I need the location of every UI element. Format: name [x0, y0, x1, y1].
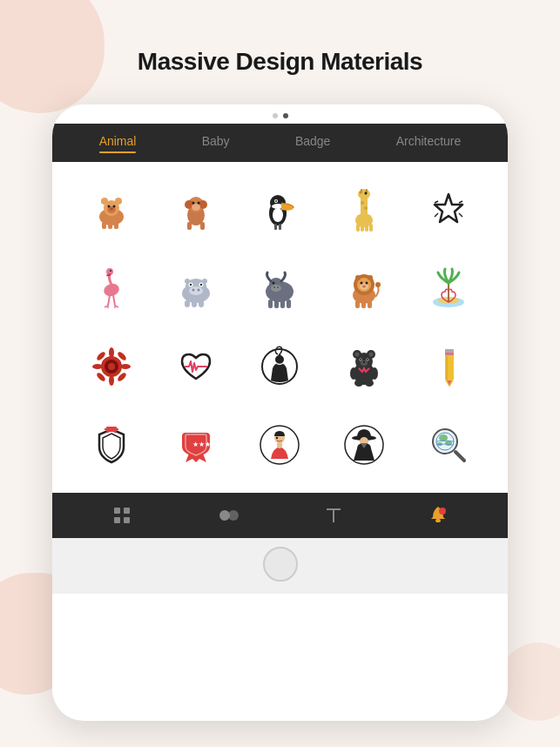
svg-rect-41: [369, 224, 373, 232]
icon-ribbon-badge[interactable]: ★★★: [165, 414, 226, 475]
icon-hippo[interactable]: [165, 258, 226, 319]
svg-rect-144: [435, 519, 441, 522]
svg-point-6: [101, 198, 108, 205]
svg-point-25: [273, 208, 283, 222]
svg-point-126: [276, 437, 278, 439]
svg-point-30: [358, 189, 370, 199]
icon-lady-figure[interactable]: [249, 414, 310, 475]
svg-point-141: [228, 510, 239, 521]
category-badge[interactable]: Badge: [295, 134, 330, 151]
icon-teddy-bear[interactable]: [334, 336, 395, 397]
icon-star-sketch[interactable]: [418, 179, 479, 240]
svg-rect-57: [192, 300, 197, 307]
svg-point-54: [185, 279, 190, 284]
icon-bull[interactable]: [249, 258, 310, 319]
svg-rect-58: [199, 300, 204, 307]
svg-point-113: [354, 380, 363, 387]
icon-heart-monitor[interactable]: [165, 336, 226, 397]
svg-point-3: [108, 205, 111, 208]
svg-rect-56: [185, 300, 190, 307]
svg-rect-137: [124, 508, 130, 514]
icon-flamingo[interactable]: [81, 258, 142, 319]
icon-tropical[interactable]: [418, 258, 479, 319]
svg-point-64: [273, 282, 275, 285]
icon-woman-figure[interactable]: [249, 336, 310, 397]
svg-point-98: [279, 354, 281, 357]
icon-lion-full[interactable]: [334, 258, 395, 319]
svg-point-108: [367, 359, 368, 360]
icon-magnifier-globe[interactable]: [418, 414, 479, 475]
svg-rect-66: [274, 299, 279, 308]
svg-point-15: [192, 204, 200, 211]
dot-1: [273, 113, 278, 118]
icon-sunflower-badge[interactable]: [81, 336, 142, 397]
svg-rect-68: [287, 299, 291, 308]
svg-point-53: [200, 284, 202, 286]
svg-point-114: [365, 380, 374, 387]
icon-grid: ★★★: [52, 162, 508, 493]
svg-point-103: [355, 353, 360, 357]
svg-rect-19: [200, 222, 205, 230]
svg-point-112: [371, 367, 378, 380]
svg-point-111: [350, 367, 357, 380]
svg-point-76: [355, 275, 361, 280]
svg-point-95: [108, 363, 115, 370]
svg-point-4: [113, 205, 116, 208]
svg-point-5: [110, 208, 113, 211]
svg-rect-136: [114, 508, 120, 514]
icon-lion-cub[interactable]: [81, 179, 142, 240]
svg-point-63: [277, 286, 279, 288]
svg-rect-80: [361, 300, 366, 308]
svg-point-73: [361, 282, 363, 285]
icon-giraffe[interactable]: [334, 179, 395, 240]
svg-point-55: [202, 279, 207, 284]
category-baby[interactable]: Baby: [202, 134, 230, 151]
svg-point-107: [360, 359, 361, 360]
svg-rect-119: [445, 353, 454, 355]
svg-rect-18: [187, 222, 192, 230]
toolbar-layers-tool[interactable]: [216, 505, 240, 526]
icon-row-3: [52, 327, 508, 406]
category-architecture[interactable]: Architecture: [396, 134, 462, 151]
svg-rect-81: [368, 300, 372, 308]
icon-hat-figure[interactable]: [334, 414, 395, 475]
icon-shield-badge[interactable]: [81, 414, 142, 475]
category-animal[interactable]: Animal: [99, 134, 137, 151]
svg-rect-65: [268, 299, 273, 308]
svg-point-61: [271, 285, 281, 292]
svg-rect-143: [327, 508, 341, 510]
device-indicator-dots: [52, 104, 508, 124]
toolbar-notification-tool[interactable]: [428, 505, 449, 526]
svg-point-36: [361, 201, 364, 205]
home-button-area: [52, 538, 508, 594]
page-title: Massive Design Materials: [0, 48, 560, 76]
home-button[interactable]: [263, 547, 298, 582]
svg-point-134: [445, 441, 452, 446]
toolbar-grid-tool[interactable]: [111, 505, 132, 526]
svg-rect-139: [124, 517, 130, 523]
icon-monkey[interactable]: [165, 179, 226, 240]
svg-point-62: [273, 286, 275, 288]
icon-row-1: [52, 171, 508, 249]
category-nav: Animal Baby Badge Architecture: [52, 124, 508, 162]
svg-text:★★★: ★★★: [192, 441, 211, 448]
icon-row-2: [52, 249, 508, 327]
svg-point-104: [369, 353, 374, 357]
svg-rect-142: [333, 508, 334, 522]
svg-point-47: [189, 286, 203, 295]
svg-line-130: [455, 452, 464, 461]
svg-rect-39: [361, 224, 364, 232]
svg-point-49: [197, 289, 199, 292]
svg-point-75: [362, 286, 366, 288]
icon-toucan[interactable]: [249, 179, 310, 240]
toolbar-text-tool[interactable]: [323, 505, 344, 526]
svg-point-48: [192, 289, 194, 292]
svg-point-24: [275, 200, 277, 202]
svg-rect-79: [355, 300, 360, 308]
icon-pencil[interactable]: [418, 336, 479, 397]
dot-2: [283, 113, 288, 118]
svg-point-110: [363, 361, 365, 363]
svg-point-78: [375, 282, 381, 287]
svg-point-44: [110, 270, 111, 272]
svg-rect-26: [274, 224, 277, 230]
